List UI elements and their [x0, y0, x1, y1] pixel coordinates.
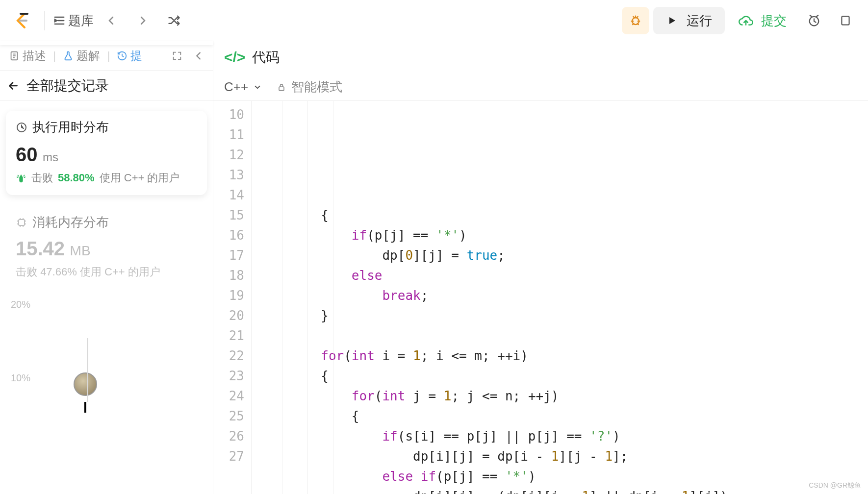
line-number-gutter: 101112131415161718192021222324252627 — [213, 101, 252, 494]
right-panel: </> 代码 C++ 智能模式 101112131415161718192021… — [213, 41, 868, 494]
alarm-clock-icon — [807, 14, 821, 27]
runtime-beats-line: 击败 58.80% 使用 C++ 的用户 — [16, 171, 197, 185]
runtime-value-row: 60 ms — [16, 144, 197, 166]
left-panel: 描述 | 题解 | 提 全部提交记录 — [0, 41, 213, 494]
watermark: CSDN @GR鲸鱼 — [809, 481, 861, 490]
editor-mode[interactable]: 智能模式 — [277, 78, 342, 96]
memory-beats-line: 击败 47.66% 使用 C++ 的用户 — [16, 265, 197, 279]
history-icon — [117, 50, 128, 61]
note-icon — [839, 14, 852, 27]
run-button[interactable]: 运行 — [653, 7, 725, 34]
user-avatar-marker[interactable] — [74, 372, 97, 396]
runtime-unit: ms — [43, 150, 58, 164]
debug-button[interactable] — [622, 7, 649, 34]
toolbar-right-group: 运行 提交 — [622, 7, 859, 34]
lock-icon — [277, 82, 286, 92]
tab-separator: | — [53, 49, 56, 63]
expand-icon — [172, 50, 182, 61]
runtime-value: 60 — [16, 144, 38, 165]
bug-icon — [629, 14, 642, 27]
memory-value-row: 15.42 MB — [16, 238, 197, 260]
clap-icon — [16, 173, 26, 183]
code-editor[interactable]: 101112131415161718192021222324252627 { i… — [213, 101, 868, 494]
svg-rect-2 — [842, 16, 849, 25]
panel-tabs: 描述 | 题解 | 提 — [0, 41, 213, 71]
submit-label: 提交 — [761, 12, 787, 29]
runtime-beat-pct: 58.80% — [58, 172, 95, 184]
tab-desc-label: 描述 — [23, 48, 46, 64]
top-toolbar: 题库 运行 提交 — [0, 0, 868, 41]
back-label: 全部提交记录 — [26, 76, 109, 95]
tab-solution[interactable]: 题解 — [59, 48, 104, 64]
chevron-left-icon — [105, 15, 117, 26]
chevron-left-icon — [193, 50, 204, 61]
main-content: 描述 | 题解 | 提 全部提交记录 — [0, 41, 868, 494]
memory-title: 消耗内存分布 — [16, 214, 197, 231]
chart-cursor — [84, 402, 86, 413]
memory-block: 消耗内存分布 15.42 MB 击败 47.66% 使用 C++ 的用户 — [6, 209, 207, 284]
shuffle-icon — [167, 14, 181, 27]
run-label: 运行 — [687, 12, 712, 29]
chip-icon — [16, 217, 27, 228]
language-selector[interactable]: C++ — [224, 79, 262, 95]
timer-button[interactable] — [800, 7, 828, 34]
fullscreen-button[interactable] — [168, 50, 186, 61]
chevron-right-icon — [137, 15, 149, 26]
clock-icon — [16, 122, 27, 133]
runtime-title: 执行用时分布 — [16, 119, 197, 136]
mode-label: 智能模式 — [291, 78, 342, 96]
ytick-10: 10% — [11, 372, 30, 384]
list-indent-icon — [52, 14, 66, 27]
notes-button[interactable] — [832, 7, 859, 34]
code-header: </> 代码 — [213, 41, 868, 74]
code-header-label: 代码 — [252, 48, 280, 67]
svg-rect-5 — [19, 220, 25, 225]
tab-description[interactable]: 描述 — [5, 48, 50, 64]
language-label: C++ — [224, 79, 248, 95]
stats-scroll-area: 执行用时分布 60 ms 击败 58.80% 使用 C++ 的用户 消耗内存分布 — [0, 101, 213, 494]
prev-problem-button[interactable] — [98, 7, 125, 34]
random-problem-button[interactable] — [160, 7, 188, 34]
runtime-card: 执行用时分布 60 ms 击败 58.80% 使用 C++ 的用户 — [6, 111, 207, 195]
indent-guide — [307, 101, 308, 494]
tab-submissions[interactable]: 提 — [113, 48, 146, 64]
separator — [44, 11, 45, 30]
chart-bar — [87, 338, 88, 402]
next-problem-button[interactable] — [129, 7, 156, 34]
submit-button[interactable]: 提交 — [729, 7, 796, 34]
ytick-20: 20% — [11, 299, 30, 310]
arrow-left-icon — [7, 79, 20, 92]
indent-guide — [282, 101, 282, 494]
memory-beat-pct: 47.66% — [40, 266, 77, 278]
language-bar: C++ 智能模式 — [213, 74, 868, 101]
memory-value: 15.42 — [16, 238, 65, 259]
logo-button[interactable] — [9, 7, 36, 34]
toolbar-left-group: 题库 — [9, 7, 188, 34]
distribution-chart: 20% 10% — [6, 299, 207, 417]
memory-unit: MB — [70, 243, 91, 258]
problems-label: 题库 — [68, 12, 94, 29]
code-bracket-icon: </> — [224, 49, 245, 66]
problem-list-button[interactable]: 题库 — [52, 7, 94, 34]
document-icon — [9, 50, 20, 61]
tab-solution-label: 题解 — [77, 48, 100, 64]
chevron-down-icon — [253, 83, 262, 92]
code-content[interactable]: { if(p[j] == '*') dp[0][j] = true; else … — [252, 101, 868, 494]
tab-separator: | — [107, 49, 110, 63]
collapse-panel-button[interactable] — [189, 50, 208, 61]
svg-rect-6 — [279, 87, 284, 91]
flask-icon — [63, 50, 74, 61]
leetcode-logo-icon — [14, 12, 31, 29]
submissions-back-header[interactable]: 全部提交记录 — [0, 71, 213, 101]
tab-sub-label: 提 — [130, 48, 142, 64]
play-icon — [666, 15, 678, 26]
indent-guide — [333, 101, 333, 494]
cloud-upload-icon — [739, 13, 753, 28]
